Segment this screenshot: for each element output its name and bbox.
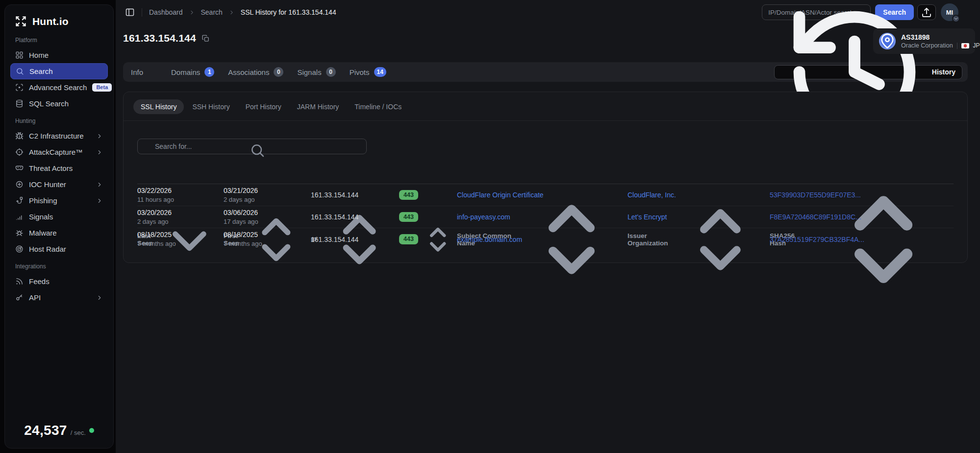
subject-common-name-link[interactable]: example.domain.com [457, 236, 522, 243]
ports-cell: 443 [399, 234, 457, 244]
history-button[interactable]: History [774, 65, 962, 79]
tab-count-badge: 14 [374, 67, 386, 77]
ssl-history-card: SSL History SSH History Port History JAR… [123, 92, 968, 263]
subject-common-name-link[interactable]: CloudFlare Origin Certificate [457, 191, 544, 199]
breadcrumb-search[interactable]: Search [201, 8, 223, 16]
table-body: 03/22/202611 hours ago 03/21/20262 days … [137, 184, 954, 250]
chevron-right-icon [96, 278, 103, 285]
green-status-dot [89, 428, 94, 433]
sidebar-item-home[interactable]: Home [10, 47, 108, 63]
table-header: Last Seen First Seen IP Ports Subject Co… [137, 169, 954, 184]
sidebar-item-attackcapture[interactable]: AttackCapture™ [10, 144, 108, 160]
breadcrumb-ssl-history-for-161-33-154-144: SSL History for 161.33.154.144 [241, 8, 336, 16]
chevron-right-icon [96, 165, 103, 172]
sidebar-item-threat-actors[interactable]: Threat Actors [10, 160, 108, 176]
tab-info[interactable]: Info [131, 67, 157, 77]
main-area: DashboardSearchSSL History for 161.33.15… [116, 0, 980, 453]
sidebar-item-feeds[interactable]: Feeds [10, 273, 108, 289]
home-grid-icon [15, 51, 24, 59]
hook-icon [15, 196, 24, 205]
chevron-right-icon [96, 197, 103, 204]
asn-divider [957, 43, 957, 49]
brand[interactable]: Hunt.io [10, 12, 108, 36]
sha256-hash-link[interactable]: F8E9A720468C89F191D8C... [770, 213, 861, 221]
ip-cell: 161.33.154.144 [311, 191, 399, 199]
topbar-divider [142, 8, 142, 17]
first-seen-date: 03/06/2026 [224, 209, 311, 217]
last-seen-date: 03/22/2026 [137, 187, 224, 195]
sidebar-rail: Hunt.io Platform Home Search Advanced Se… [0, 0, 116, 453]
copy-icon[interactable] [201, 34, 210, 43]
last-seen-date: 03/20/2026 [137, 209, 224, 217]
hunt-logo-icon [14, 15, 27, 28]
subject-common-name-link[interactable]: info-payeasy.com [457, 213, 510, 221]
tab-signals[interactable]: Signals 0 [297, 67, 335, 77]
key-icon [15, 293, 24, 302]
chevron-down-icon [952, 15, 960, 23]
sidebar-item-advanced-search[interactable]: Advanced Search Beta [10, 79, 108, 95]
first-seen-date: 08/18/2025 [224, 231, 311, 239]
subtab-jarm-history[interactable]: JARM History [290, 99, 347, 114]
tab-associations[interactable]: Associations 0 [228, 67, 283, 77]
target-icon [15, 148, 24, 156]
sidebar-item-host-radar[interactable]: Host Radar [10, 241, 108, 257]
sidebar-section-label: Integrations [15, 263, 103, 270]
beta-badge: Beta [92, 83, 112, 92]
asn-card[interactable]: AS31898 Oracle Corporation JP [873, 28, 975, 54]
mask-icon [15, 164, 24, 172]
chevron-right-icon [96, 133, 103, 140]
asn-country: JP [973, 42, 980, 49]
tab-count-badge [148, 67, 157, 77]
chevron-right-icon [96, 52, 103, 59]
issuer-organization-link[interactable]: Let's Encrypt [628, 213, 667, 221]
chevron-right-icon [96, 246, 103, 253]
breadcrumb-dashboard[interactable]: Dashboard [149, 8, 183, 16]
issuer-organization-link[interactable]: CloudFlare, Inc. [628, 191, 676, 199]
entity-tabs: Info Domains 1 Associations 0 Signals 0 … [123, 62, 968, 82]
tab-count-badge: 0 [274, 67, 283, 77]
sha256-hash-link[interactable]: 37A2851519F279CB32BF4A... [770, 236, 864, 243]
first-seen-relative: 17 days ago [224, 218, 311, 226]
sha256-hash-link[interactable]: 53F39903D7E55D9EF07E3... [770, 191, 861, 199]
sidebar-toggle-icon[interactable] [125, 7, 135, 17]
scan-icon [15, 83, 24, 92]
sidebar-sections: Platform Home Search Advanced Search Bet… [10, 36, 108, 306]
tab-count-badge: 1 [204, 67, 214, 77]
radar-icon [15, 245, 24, 253]
subtab-ssl-history[interactable]: SSL History [133, 99, 184, 114]
sidebar-item-sql-search[interactable]: SQL Search [10, 95, 108, 112]
sidebar-item-c2-infrastructure[interactable]: C2 Infrastructure [10, 128, 108, 144]
user-menu[interactable]: MI [941, 3, 958, 21]
history-subtabs: SSL History SSH History Port History JAR… [124, 92, 967, 121]
subtab-port-history[interactable]: Port History [238, 99, 289, 114]
column-header-issuer-organization[interactable]: Issuer Organization [628, 191, 770, 289]
subtab-timeline-iocs[interactable]: Timeline / IOCs [347, 99, 409, 114]
subtab-ssh-history[interactable]: SSH History [185, 99, 237, 114]
sidebar: Hunt.io Platform Home Search Advanced Se… [4, 4, 114, 449]
ingest-rate: 24,537 / sec. [10, 423, 108, 442]
sidebar-item-malware[interactable]: Malware [10, 225, 108, 241]
chevron-right-icon [96, 68, 102, 75]
sidebar-item-search[interactable]: Search [10, 63, 108, 79]
last-seen-relative: 11 hours ago [137, 196, 224, 204]
breadcrumb: DashboardSearchSSL History for 161.33.15… [149, 8, 336, 16]
chevron-right-icon [96, 230, 103, 237]
page-title: 161.33.154.144 [123, 32, 196, 44]
sidebar-item-ioc-hunter[interactable]: IOC Hunter [10, 176, 108, 192]
ip-cell: 161.33.154.144 [311, 213, 399, 221]
chevron-right-icon [96, 149, 103, 156]
sidebar-section: Platform Home Search Advanced Search Bet… [10, 37, 108, 112]
sidebar-item-phishing[interactable]: Phishing [10, 192, 108, 209]
port-badge: 443 [399, 190, 418, 200]
asn-number: AS31898 [901, 33, 980, 42]
chevron-right-icon [228, 9, 235, 16]
rate-unit: / sec. [71, 429, 86, 436]
sidebar-item-api[interactable]: API [10, 289, 108, 306]
ports-cell: 443 [399, 190, 457, 200]
port-badge: 443 [399, 234, 418, 244]
sidebar-section-label: Hunting [15, 118, 103, 124]
sidebar-item-signals[interactable]: Signals [10, 209, 108, 225]
tab-pivots[interactable]: Pivots 14 [350, 67, 386, 77]
signal-bars-icon [15, 213, 24, 221]
tab-domains[interactable]: Domains 1 [171, 67, 214, 77]
